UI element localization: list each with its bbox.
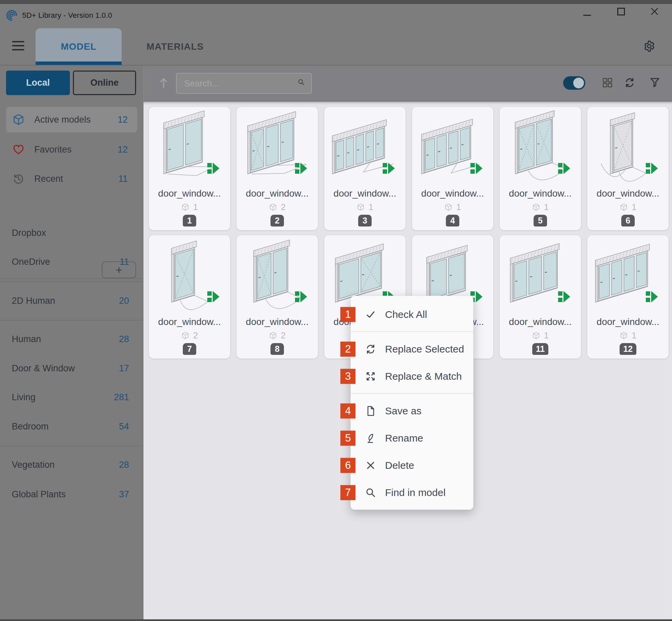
model-instance-count: 1 xyxy=(444,202,461,212)
model-instance-count: 2 xyxy=(269,330,286,341)
model-thumbnail xyxy=(500,235,581,314)
som-badge: 8 xyxy=(270,343,284,355)
search-box[interactable] xyxy=(176,73,312,94)
sidebar-item-onedrive[interactable]: OneDrive11 xyxy=(0,252,143,272)
model-card[interactable]: door_window...28 xyxy=(237,235,318,359)
window-title: 5D+ Library - Version 1.0.0 xyxy=(22,11,112,20)
sidebar-item-human[interactable]: Human28 xyxy=(0,329,143,349)
app-window: 5D+ Library - Version 1.0.0 MODEL MATERI… xyxy=(0,0,672,621)
model-thumbnail xyxy=(149,235,230,314)
model-name: door_window... xyxy=(597,317,660,327)
up-arrow-icon[interactable] xyxy=(158,76,170,89)
sidebar-item-count: 28 xyxy=(119,334,129,344)
model-card[interactable]: door_window...111 xyxy=(500,235,581,359)
sidebar-item-global-plants[interactable]: Global Plants37 xyxy=(0,484,143,504)
view-toggle[interactable] xyxy=(563,76,585,90)
model-instance-count: 1 xyxy=(181,202,198,212)
menu-item-label: Rename xyxy=(385,432,423,444)
model-instance-count: 1 xyxy=(532,202,549,212)
model-card[interactable]: door_window...27 xyxy=(149,235,230,359)
context-menu-item-delete[interactable]: 6Delete xyxy=(351,452,473,479)
menu-item-label: Check All xyxy=(385,309,427,320)
divider xyxy=(0,446,143,446)
model-card[interactable]: door_window...112 xyxy=(587,235,669,359)
sidebar-item-vegetation[interactable]: Vegetation28 xyxy=(0,455,143,475)
sidebar-item-label: OneDrive xyxy=(12,257,50,267)
model-name: door_window... xyxy=(158,317,221,327)
model-instance-count: 1 xyxy=(356,202,373,212)
local-button[interactable]: Local xyxy=(6,71,70,95)
model-card[interactable]: door_window...22 xyxy=(237,107,318,230)
sidebar-item-count: 11 xyxy=(118,174,128,184)
insert-arrow-icon xyxy=(646,291,658,302)
tab-materials[interactable]: MATERIALS xyxy=(146,28,204,65)
sidebar-item-favorites[interactable]: Favorites12 xyxy=(6,137,137,162)
som-badge: 2 xyxy=(340,341,355,357)
insert-arrow-icon xyxy=(558,291,570,302)
context-menu-item-rename[interactable]: 5Rename xyxy=(351,424,473,452)
model-instance-count: 1 xyxy=(532,330,549,341)
model-thumbnail xyxy=(149,107,230,185)
menu-item-label: Delete xyxy=(385,460,414,471)
sidebar-item-dropbox[interactable]: Dropbox xyxy=(0,223,143,243)
refresh-icon[interactable] xyxy=(624,77,635,88)
context-menu-item-replace-selected[interactable]: 2Replace Selected xyxy=(351,335,473,363)
context-menu-item-find-in-model[interactable]: 7Find in model xyxy=(351,479,473,506)
model-card[interactable]: door_window...16 xyxy=(587,107,669,230)
insert-arrow-icon xyxy=(470,163,482,174)
tab-model[interactable]: MODEL xyxy=(36,28,122,65)
model-instance-count: 1 xyxy=(620,330,636,341)
model-instance-count: 2 xyxy=(269,202,286,212)
model-thumbnail xyxy=(587,235,669,314)
model-thumbnail xyxy=(237,235,318,314)
sidebar-item-label: Global Plants xyxy=(12,489,66,500)
model-card[interactable]: door_window...11 xyxy=(149,107,230,230)
insert-arrow-icon xyxy=(383,163,395,174)
cube-icon xyxy=(532,331,540,340)
toolbar xyxy=(143,66,672,101)
filter-icon[interactable] xyxy=(649,77,661,88)
sidebar-item-2d-human[interactable]: 2D Human20 xyxy=(0,291,143,311)
som-badge: 2 xyxy=(270,215,284,226)
som-badge: 4 xyxy=(340,403,355,418)
sidebar-item-living[interactable]: Living281 xyxy=(0,387,143,407)
som-badge: 5 xyxy=(534,215,547,226)
context-menu-item-check-all[interactable]: 1Check All xyxy=(351,301,473,328)
som-badge: 6 xyxy=(340,458,355,473)
context-menu-item-replace-match[interactable]: 3Replace & Match xyxy=(351,363,473,390)
minimize-button[interactable] xyxy=(583,15,591,16)
sidebar-item-bedroom[interactable]: Bedroom54 xyxy=(0,416,143,437)
model-name: door_window... xyxy=(421,188,484,199)
cube-icon xyxy=(620,331,628,340)
grid-view-icon[interactable] xyxy=(602,77,613,88)
close-button[interactable] xyxy=(650,7,659,16)
model-card[interactable]: door_window...13 xyxy=(324,107,406,230)
context-menu: 1Check All2Replace Selected3Replace & Ma… xyxy=(350,296,473,510)
search-input[interactable] xyxy=(183,78,297,89)
model-card[interactable]: door_window...15 xyxy=(500,107,581,230)
model-card[interactable]: door_window...14 xyxy=(412,107,493,230)
som-badge: 1 xyxy=(183,215,196,226)
sidebar-item-label: Bedroom xyxy=(12,421,49,432)
som-badge: 7 xyxy=(183,343,196,355)
model-thumbnail xyxy=(324,107,406,185)
online-button[interactable]: Online xyxy=(73,71,136,95)
replace-icon xyxy=(365,343,376,355)
sidebar-item-recent[interactable]: Recent11 xyxy=(6,166,137,192)
menu-icon[interactable] xyxy=(12,41,24,50)
window-edge xyxy=(0,0,672,4)
sidebar-item-door-window[interactable]: Door & Window17 xyxy=(0,358,143,378)
active-tab-underline xyxy=(36,61,122,65)
som-badge: 11 xyxy=(532,343,548,355)
cube-icon xyxy=(181,331,190,340)
heart-icon xyxy=(12,143,25,156)
context-menu-item-save-as[interactable]: 4Save as xyxy=(351,397,473,424)
divider xyxy=(0,278,143,279)
rename-icon xyxy=(365,432,376,444)
model-name: door_window... xyxy=(158,188,221,199)
maximize-button[interactable] xyxy=(617,8,625,15)
settings-gear-icon[interactable] xyxy=(643,40,656,52)
sidebar-item-active-models[interactable]: Active models12 xyxy=(6,107,137,132)
sidebar-item-label: Living xyxy=(12,392,36,403)
model-name: door_window... xyxy=(334,188,396,199)
